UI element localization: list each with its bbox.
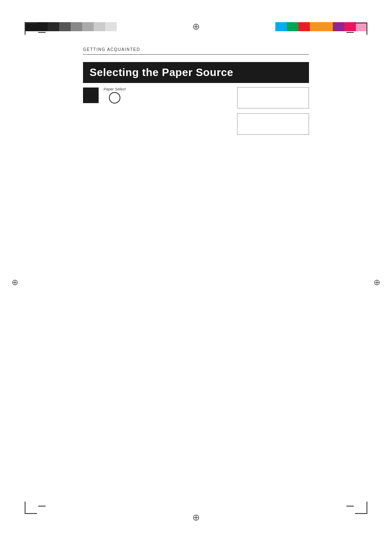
bar-seg-8	[105, 22, 117, 31]
bar-color-3	[298, 22, 310, 31]
bottom-crosshair: ⊕	[192, 512, 200, 523]
paper-select-label: Paper Select	[104, 87, 126, 91]
circle-button-icon	[109, 92, 120, 104]
hline-top-left	[38, 32, 46, 33]
black-square-icon	[83, 88, 99, 103]
bar-color-6	[333, 22, 344, 31]
bar-color-1	[275, 22, 287, 31]
section-label: GETTING ACQUAINTED	[83, 47, 309, 52]
paper-select-container: Paper Select	[104, 87, 126, 104]
bar-color-2	[287, 22, 298, 31]
hline-top-right	[346, 32, 354, 33]
info-box-1	[237, 87, 309, 108]
color-bar-right	[275, 22, 367, 31]
section-divider	[83, 54, 309, 55]
main-content: GETTING ACQUAINTED Selecting the Paper S…	[83, 47, 309, 135]
right-crosshair: ⊕	[374, 277, 380, 287]
page-title: Selecting the Paper Source	[90, 66, 302, 79]
bar-seg-6	[82, 22, 94, 31]
hline-bottom-right	[346, 506, 354, 507]
bar-seg-2	[36, 22, 48, 31]
bar-seg-7	[94, 22, 105, 31]
top-bar-area: ⊕	[0, 16, 392, 37]
bar-seg-5	[71, 22, 82, 31]
bar-color-4	[310, 22, 321, 31]
bar-color-7	[344, 22, 356, 31]
corner-mark-top-left	[25, 23, 37, 35]
corner-mark-bottom-left	[25, 502, 37, 514]
right-info-boxes	[237, 87, 309, 135]
content-row: Paper Select	[83, 87, 309, 135]
bar-seg-3	[48, 22, 59, 31]
left-crosshair: ⊕	[12, 277, 18, 287]
color-bar-left	[25, 22, 117, 31]
corner-mark-bottom-right	[355, 502, 367, 514]
info-box-2	[237, 113, 309, 135]
icon-area: Paper Select	[83, 87, 126, 104]
corner-mark-top-right	[355, 23, 367, 35]
bar-color-5	[321, 22, 333, 31]
title-bar: Selecting the Paper Source	[83, 62, 309, 83]
hline-bottom-left	[38, 506, 46, 507]
bar-seg-4	[59, 22, 71, 31]
center-crosshair-top: ⊕	[192, 21, 200, 32]
